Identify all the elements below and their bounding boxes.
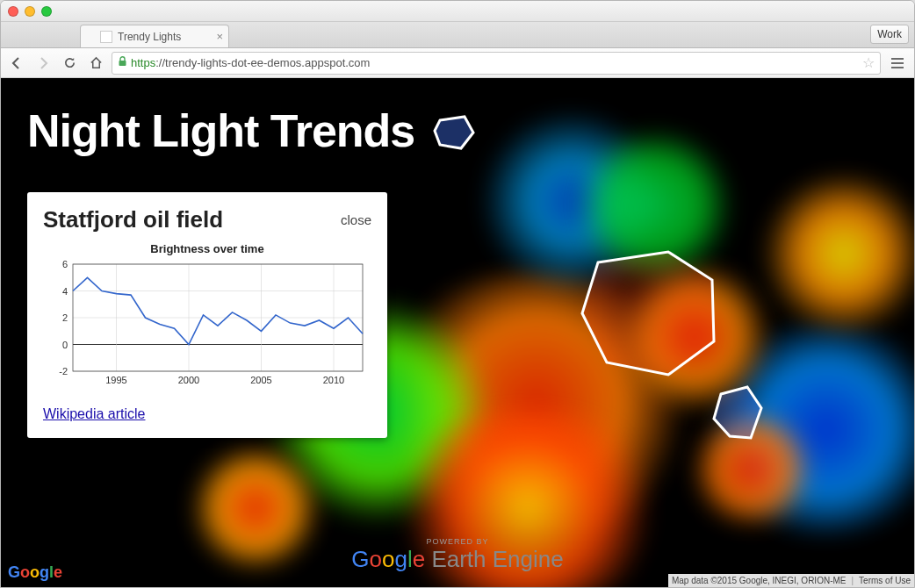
line-chart-svg: -202461995200020052010 xyxy=(43,259,371,391)
url-scheme: https xyxy=(131,56,155,69)
window-zoom-button[interactable] xyxy=(41,6,52,17)
profile-button[interactable]: Work xyxy=(870,25,909,44)
lock-icon xyxy=(118,56,127,69)
window-close-button[interactable] xyxy=(8,6,18,17)
back-button[interactable] xyxy=(6,53,27,74)
google-map-logo: Google xyxy=(8,563,62,582)
svg-text:4: 4 xyxy=(62,286,68,297)
browser-tab[interactable]: Trendy Lights × xyxy=(80,25,229,47)
reload-button[interactable] xyxy=(59,53,80,74)
tab-close-icon[interactable]: × xyxy=(216,30,223,43)
home-icon xyxy=(90,56,103,69)
earth-engine-word: Earth Engine xyxy=(431,546,563,572)
address-bar[interactable]: https://trendy-lights-dot-ee-demos.appsp… xyxy=(112,52,881,75)
page-title: Night Light Trends xyxy=(27,104,414,157)
region-outline-east[interactable] xyxy=(714,387,761,438)
browser-toolbar: https://trendy-lights-dot-ee-demos.appsp… xyxy=(1,48,914,78)
tab-title: Trendy Lights xyxy=(118,31,181,43)
home-button[interactable] xyxy=(85,53,106,74)
hamburger-icon xyxy=(890,57,904,69)
google-word: Google xyxy=(351,546,431,572)
window-titlebar xyxy=(1,1,914,22)
svg-text:0: 0 xyxy=(62,340,68,350)
tab-strip: Trendy Lights × Work xyxy=(1,22,914,48)
svg-text:2010: 2010 xyxy=(323,375,344,385)
bookmark-star-icon[interactable]: ☆ xyxy=(862,54,875,71)
svg-rect-0 xyxy=(119,61,126,66)
window-minimize-button[interactable] xyxy=(25,6,35,17)
svg-text:2005: 2005 xyxy=(250,375,271,385)
powered-by-badge: POWERED BY Google Earth Engine xyxy=(351,537,563,573)
powered-by-label: POWERED BY xyxy=(351,537,563,546)
attribution-text: Map data ©2015 Google, INEGI, ORION-ME xyxy=(672,576,847,585)
reload-icon xyxy=(63,56,76,69)
region-outline-small[interactable] xyxy=(435,117,473,148)
hamburger-menu-button[interactable] xyxy=(886,52,909,75)
page-favicon-icon xyxy=(100,31,112,43)
svg-text:-2: -2 xyxy=(59,366,68,376)
arrow-left-icon xyxy=(10,56,24,70)
arrow-right-icon xyxy=(36,56,50,70)
map-attribution: Map data ©2015 Google, INEGI, ORION-ME |… xyxy=(668,574,914,587)
panel-close-button[interactable]: close xyxy=(341,212,371,227)
svg-text:2: 2 xyxy=(62,312,68,323)
svg-text:6: 6 xyxy=(62,259,68,269)
chart-title: Brightness over time xyxy=(43,242,371,255)
forward-button[interactable] xyxy=(32,53,54,74)
wikipedia-link[interactable]: Wikipedia article xyxy=(43,406,145,422)
svg-text:2000: 2000 xyxy=(178,375,199,385)
terms-link[interactable]: Terms of Use xyxy=(859,576,911,585)
page-viewport[interactable]: Night Light Trends Statfjord oil field c… xyxy=(1,78,914,587)
brightness-chart: Brightness over time -202461995200020052… xyxy=(43,242,371,394)
region-outline-large[interactable] xyxy=(582,252,714,375)
info-panel: Statfjord oil field close Brightness ove… xyxy=(27,192,387,438)
url-rest: ://trendy-lights-dot-ee-demos.appspot.co… xyxy=(155,56,370,69)
panel-title: Statfjord oil field xyxy=(43,206,223,233)
svg-text:1995: 1995 xyxy=(105,375,126,385)
